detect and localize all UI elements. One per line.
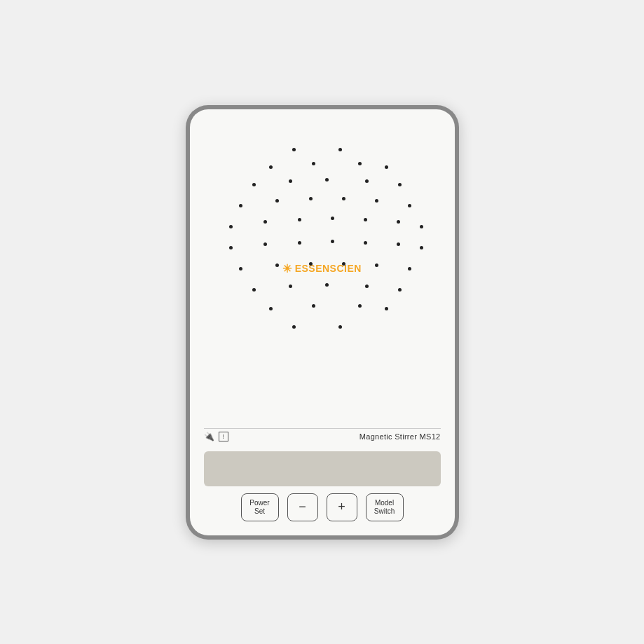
surface-dot [385,307,388,310]
surface-dot [275,199,279,203]
surface-dot [420,246,423,249]
surface-dot [252,288,256,292]
model-label-line1: Model [375,499,394,507]
bottom-panel: 🔌 ! Magnetic Stirrer MS12 Power Set − [190,428,455,535]
plus-symbol: + [338,500,345,515]
surface-dot [338,325,342,329]
surface-dot [364,241,367,245]
surface-dot [331,217,334,220]
surface-dot [338,148,342,151]
surface-dot [229,246,233,249]
display-screen [204,451,441,486]
surface-dot [331,240,334,243]
surface-dot [263,220,267,224]
plus-button[interactable]: + [327,493,357,521]
surface-dot [298,241,301,245]
surface-dot [398,288,402,292]
surface-dot [325,283,329,287]
device-inner: ✳ ESSENSCIEN 🔌 ! Magnetic Stirrer MS12 P… [190,109,455,535]
surface-dot [397,242,400,246]
surface-dot [289,285,292,288]
power-label-line2: Set [254,507,265,516]
surface-dot [408,267,411,270]
surface-dot [408,204,411,207]
model-label: Magnetic Stirrer MS12 [359,432,441,441]
surface-dot [309,197,313,200]
brand-asterisk: ✳ [282,262,292,275]
surface-dot [358,162,362,165]
surface-dot [375,263,378,267]
surface-dot [292,148,296,151]
surface-dot [420,225,423,228]
surface-dot [342,197,345,200]
surface-dot [269,165,273,169]
surface-dot [397,220,400,224]
dot-surface-area: ✳ ESSENSCIEN [190,109,455,428]
surface-dot [312,162,315,165]
surface-dot [312,304,315,308]
info-icons: 🔌 ! [204,432,228,441]
power-label-line1: Power [249,499,269,507]
surface-dot [239,267,242,270]
model-switch-button[interactable]: Model Switch [366,493,404,521]
surface-dot [364,218,367,221]
surface-dot [342,262,345,266]
surface-dot [398,183,402,186]
power-set-button[interactable]: Power Set [241,493,279,521]
surface-dot [385,165,388,169]
device-outer-shell: ✳ ESSENSCIEN 🔌 ! Magnetic Stirrer MS12 P… [186,105,459,540]
surface-dot [275,263,279,267]
minus-symbol: − [299,500,306,515]
surface-dot [289,179,292,183]
surface-dot [365,285,369,288]
model-label-line2: Switch [374,507,395,516]
page-background: ✳ ESSENSCIEN 🔌 ! Magnetic Stirrer MS12 P… [0,0,644,644]
surface-dot [358,304,362,308]
surface-dot [229,225,233,228]
surface-dot [325,178,329,181]
surface-dot [252,183,256,186]
button-row: Power Set − + Model Switch [204,493,441,521]
surface-dot [298,218,301,221]
surface-dot [269,307,273,310]
brand-logo: ✳ ESSENSCIEN [282,262,362,275]
surface-dot [375,199,378,203]
surface-dot [309,262,313,266]
surface-dot [263,242,267,246]
surface-dot [365,179,369,183]
warning-icon: ! [219,432,228,441]
minus-button[interactable]: − [287,493,318,521]
surface-dot [292,325,296,329]
brand-name: ESSENSCIEN [295,263,362,274]
surface-dot [239,204,242,207]
info-bar: 🔌 ! Magnetic Stirrer MS12 [204,428,441,444]
plug-icon: 🔌 [204,432,214,441]
